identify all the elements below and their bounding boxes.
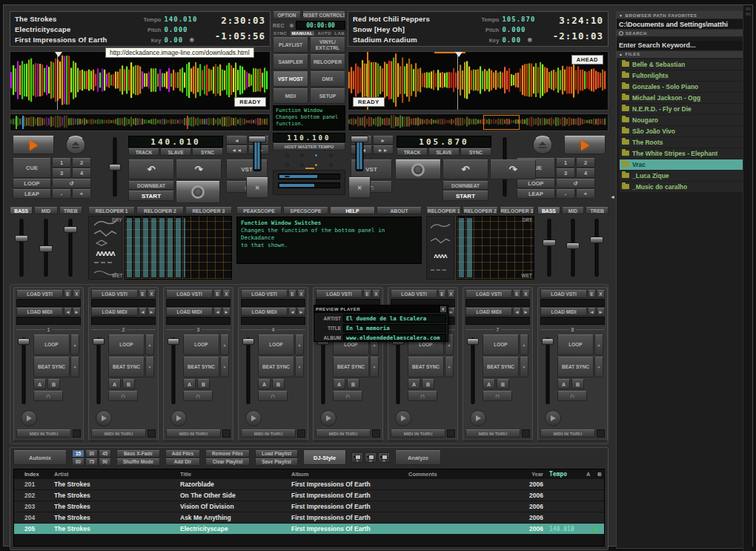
mixer-curve-icon-v[interactable]: V (351, 452, 363, 463)
slot-beatsync-button[interactable]: BEAT SYNC (333, 357, 369, 377)
vsti-close-button[interactable]: X (222, 290, 231, 298)
slot-headphone-button[interactable]: ∩ (557, 391, 587, 401)
slot-b-button[interactable]: B (497, 379, 509, 389)
vsti-edit-button[interactable]: E (438, 290, 446, 298)
slot-a-button[interactable]: A (333, 379, 345, 389)
tab-specscope[interactable]: SPECSCOPE (283, 207, 328, 214)
slot-loop-button[interactable]: LOOP (483, 334, 519, 355)
slot-headphone-button[interactable]: ∩ (183, 391, 213, 401)
slot-b-button[interactable]: B (272, 379, 285, 389)
fn-setup-button[interactable]: SETUP (310, 88, 345, 104)
folder-item-gonzales-solo-piano[interactable]: Gonzales - Solo Piano (620, 82, 746, 92)
deck-b-hotcue-1[interactable]: 1 (556, 158, 575, 168)
slot-loop-down-button[interactable]: ▼ (220, 357, 229, 377)
column-header-tempo[interactable]: Tempo (549, 469, 585, 479)
browser-path-header[interactable]: ▼ BROWSER PATH FAVORITES (617, 12, 749, 19)
sync-mode-auto[interactable]: AUTO (318, 31, 332, 36)
midi-next-button[interactable]: ► (147, 308, 156, 316)
option-button[interactable]: OPTION (273, 11, 301, 19)
led-dot[interactable] (285, 163, 289, 167)
deck-b-fx-button[interactable]: ✕ (348, 177, 371, 198)
deck-b-hotcue-3[interactable]: 3 (556, 168, 575, 178)
slot-play-button[interactable] (395, 410, 411, 426)
slot-b-button[interactable]: B (122, 379, 135, 389)
folder-item-fultonlights[interactable]: Fultonlights (620, 70, 746, 81)
header-scroll-arrow-icon[interactable]: ▼ (595, 469, 603, 479)
fn-vinyl-button[interactable]: VINYL/ EXT.CTRL (310, 37, 345, 53)
deck-b-reloop-icon[interactable]: ↺ (556, 179, 595, 188)
automix-time-60[interactable]: 60 (72, 458, 84, 466)
slot-a-button[interactable]: A (183, 379, 196, 389)
slot-volume-fader[interactable] (242, 336, 254, 406)
column-header-artist[interactable]: Artist (54, 469, 179, 479)
midi-next-button[interactable]: ► (73, 308, 81, 316)
window-scrollbar-strip[interactable] (743, 5, 752, 551)
remove-files-button[interactable]: Remove Files (205, 450, 250, 458)
led-dot-active-blue[interactable] (314, 154, 318, 157)
relooper-left-tab-2[interactable]: RELOOPER 2 (136, 207, 183, 214)
load-midi-button[interactable]: LOAD MIDI (166, 308, 213, 316)
playlist-row-202[interactable]: 202The StrokesOn The Other SideFirst Imp… (14, 490, 604, 501)
relooper-left-shape-list[interactable]: ΛΛΛΛΛ (88, 216, 122, 280)
dj-style-button[interactable]: DJ-Style (303, 450, 346, 465)
panel-collapse-arrow-icon[interactable]: ◄ (610, 194, 615, 199)
fn-dmx-button[interactable]: DMX (310, 71, 345, 87)
vsti-edit-button[interactable]: E (513, 290, 521, 298)
relooper-left-grid[interactable]: DRY WET (125, 216, 232, 280)
playlist-row-203[interactable]: 203The StrokesVision Of DivisionFirst Im… (14, 501, 604, 512)
slot-beatsync-button[interactable]: BEAT SYNC (258, 357, 294, 377)
folder-item-belle-sebastian[interactable]: Belle & Sebastian (620, 59, 746, 70)
slot-beatsync-button[interactable]: BEAT SYNC (483, 357, 519, 377)
slot-play-button[interactable] (170, 410, 187, 426)
slot-loop-down-button[interactable]: ▼ (70, 357, 79, 377)
add-dir-button[interactable]: Add Dir (165, 458, 200, 466)
deck-a-overview-waveform[interactable] (10, 113, 271, 131)
load-vsti-button[interactable]: LOAD VSTI (16, 290, 63, 298)
slot-headphone-button[interactable]: ∩ (333, 391, 362, 401)
deck-b-overview-waveform[interactable] (348, 113, 609, 131)
slot-loop-up-button[interactable]: ▲ (70, 334, 79, 355)
sync-mode-manual[interactable]: MANUAL (291, 31, 314, 36)
deck-a-fx-button[interactable]: ✕ (246, 177, 268, 198)
eq-left-bass-button[interactable]: BASS (10, 207, 33, 214)
deck-a-nudge-back-button[interactable]: ↶ (128, 159, 174, 179)
slot-b-button[interactable]: B (197, 379, 210, 389)
eq-left-bass-fader[interactable] (15, 217, 28, 278)
browser-path-value[interactable]: C:\Documents and Settings\matthi (617, 19, 749, 30)
load-midi-button[interactable]: LOAD MIDI (241, 308, 288, 316)
deck-a-jog-knob[interactable] (176, 181, 220, 203)
slot-volume-fader[interactable] (93, 336, 105, 406)
automix-time-15[interactable]: 15 (72, 450, 84, 458)
relooper-left-tab-1[interactable]: RELOOPER 1 (88, 207, 135, 214)
deck-b-play-button[interactable] (564, 136, 606, 154)
column-header-year[interactable]: Year (520, 469, 543, 479)
vsti-close-button[interactable]: X (73, 290, 81, 298)
slot-loop-up-button[interactable]: ▲ (520, 334, 528, 355)
deck-a-hotcue-1[interactable]: 1 (52, 158, 71, 168)
deck-b-volume-fader[interactable] (351, 134, 368, 173)
playlist-row-204[interactable]: 204The StrokesAsk Me AnythingFirst Impre… (14, 512, 604, 523)
slot-a-button[interactable]: A (408, 379, 420, 389)
deck-a-loop-minus-button[interactable]: - (52, 189, 71, 199)
vsti-close-button[interactable]: X (447, 290, 455, 298)
folder-item-s-o-jo-o-vivo[interactable]: São João Vivo (620, 126, 746, 136)
eq-right-treb-fader[interactable] (590, 217, 603, 278)
analyze-button[interactable]: Analyze (395, 450, 441, 465)
search-input[interactable] (617, 41, 749, 51)
midi-next-button[interactable]: ► (597, 308, 605, 316)
playlist-row-205[interactable]: 205The StrokesElectricityscapeFirst Impr… (14, 524, 604, 534)
slot-headphone-button[interactable]: ∩ (258, 391, 288, 401)
midi-prev-button[interactable]: ◄ (139, 308, 147, 316)
slot-headphone-button[interactable]: ∩ (483, 391, 512, 401)
slot-loop-up-button[interactable]: ▲ (145, 334, 154, 355)
folder-item-nougaro[interactable]: Nougaro (620, 115, 746, 125)
load-vsti-button[interactable]: LOAD VSTI (465, 290, 512, 298)
tab-help[interactable]: HELP (330, 207, 375, 214)
mixer-curve-icon-b[interactable]: B (365, 452, 377, 463)
playlist-row-201[interactable]: 201The StrokesRazorbladeFirst Impression… (14, 479, 604, 489)
deck-b-downbeat-button[interactable]: DOWNBEAT (442, 181, 488, 190)
slot-volume-fader[interactable] (18, 336, 30, 406)
slot-play-button[interactable] (21, 410, 37, 426)
deck-b-key-knob[interactable] (527, 37, 533, 43)
record-dot-icon[interactable] (289, 23, 294, 28)
